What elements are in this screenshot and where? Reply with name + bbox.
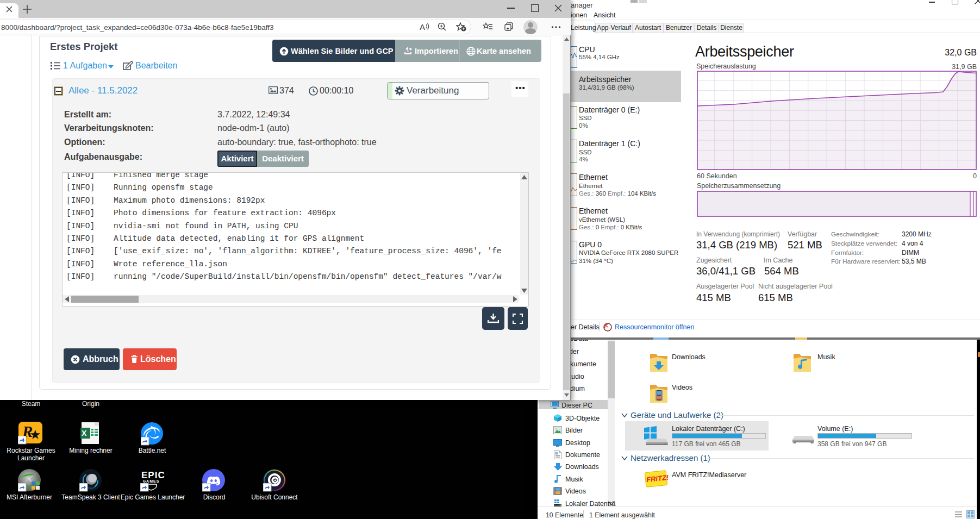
svg-text:A: A — [420, 22, 425, 32]
